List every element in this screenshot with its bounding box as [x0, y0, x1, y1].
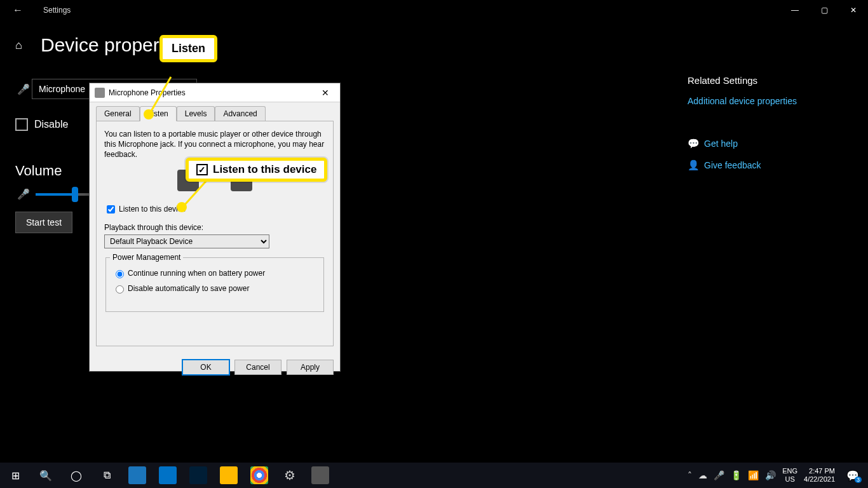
maximize-button[interactable]: ▢	[810, 0, 839, 20]
get-help-link[interactable]: Get help	[704, 139, 738, 149]
listen-to-this-device-checkbox[interactable]: Listen to this device	[104, 203, 325, 215]
taskbar-app-mail[interactable]	[153, 463, 183, 488]
taskbar-search-button[interactable]: 🔍	[31, 463, 61, 488]
power-disable-radio[interactable]: Disable automatically to save power	[112, 283, 317, 294]
tab-advanced[interactable]: Advanced	[215, 106, 265, 121]
power-management-legend: Power Management	[110, 253, 183, 262]
tray-volume-icon[interactable]: 🔊	[765, 470, 776, 480]
related-settings-heading: Related Settings	[688, 75, 853, 86]
tray-wifi-icon[interactable]: 📶	[748, 470, 759, 480]
close-button[interactable]: ✕	[839, 0, 868, 20]
dialog-titlebar[interactable]: Microphone Properties ✕	[90, 83, 340, 102]
cancel-button[interactable]: Cancel	[234, 360, 281, 375]
task-view-button[interactable]: ⧉	[92, 463, 122, 488]
settings-header: ⌂ Device properties	[0, 20, 868, 62]
tray-battery-icon[interactable]: 🔋	[731, 470, 742, 480]
annotation-listen-to-device: ✓ Listen to this device	[186, 158, 327, 182]
cortana-button[interactable]: ◯	[61, 463, 92, 488]
microphone-icon: 🎤	[15, 188, 32, 200]
tray-action-center[interactable]: 💬3	[841, 463, 864, 488]
power-continue-radio[interactable]: Continue running when on battery power	[112, 268, 317, 278]
annotation-check-icon: ✓	[196, 164, 208, 175]
volume-slider-fill	[36, 193, 75, 196]
microphone-icon: 🎤	[15, 83, 32, 95]
taskbar-app-chrome[interactable]	[244, 463, 275, 488]
microphone-properties-dialog: Microphone Properties ✕ General Listen L…	[89, 83, 341, 372]
apply-button[interactable]: Apply	[287, 360, 334, 375]
tray-clock[interactable]: 2:47 PM4/22/2021	[804, 467, 835, 483]
taskbar-app-photoshop[interactable]	[183, 463, 214, 488]
annotation-dot-listen-tab	[144, 109, 154, 119]
disable-checkbox[interactable]	[15, 118, 28, 131]
home-icon[interactable]: ⌂	[15, 39, 28, 52]
minimize-button[interactable]: —	[780, 0, 810, 20]
power-management-group: Power Management Continue running when o…	[105, 257, 324, 312]
tray-microphone-icon[interactable]: 🎤	[714, 470, 724, 480]
dialog-title: Microphone Properties	[109, 88, 186, 97]
tab-general[interactable]: General	[96, 106, 140, 121]
annotation-listen-to-device-label: Listen to this device	[213, 163, 316, 176]
start-test-button[interactable]: Start test	[15, 212, 72, 233]
playback-through-label: Playback through this device:	[104, 223, 325, 232]
annotation-listen-to-device-box: ✓ Listen to this device	[186, 158, 327, 182]
tab-levels[interactable]: Levels	[177, 106, 215, 121]
annotation-dot-listen-checkbox	[177, 202, 187, 212]
listen-to-this-device-input[interactable]	[107, 205, 115, 214]
additional-device-properties-link[interactable]: Additional device properties	[688, 96, 853, 106]
volume-slider-thumb[interactable]	[72, 187, 78, 202]
tray-overflow-icon[interactable]: ˄	[688, 470, 692, 480]
tray-onedrive-icon[interactable]: ☁	[698, 470, 707, 480]
listen-to-this-device-label: Listen to this device	[119, 205, 186, 214]
dialog-button-row: OK Cancel Apply	[90, 353, 340, 381]
tray-language[interactable]: ENGUS	[782, 467, 797, 483]
disable-label: Disable	[34, 119, 68, 130]
taskbar-app-unknown[interactable]	[305, 463, 336, 488]
annotation-listen-tab: Listen	[159, 35, 217, 62]
taskbar-app-edge[interactable]	[122, 463, 153, 488]
settings-titlebar: ← Settings — ▢ ✕	[0, 0, 868, 20]
chat-icon: 💬	[688, 138, 704, 149]
dialog-icon	[95, 88, 105, 98]
feedback-icon: 👤	[688, 159, 704, 171]
give-feedback-link[interactable]: Give feedback	[704, 160, 761, 170]
start-button[interactable]: ⊞	[0, 463, 31, 488]
taskbar: ⊞ 🔍 ◯ ⧉ ⚙ ˄ ☁ 🎤 🔋 📶 🔊 ENGUS 2:47 PM4/22/…	[0, 463, 868, 488]
dialog-close-button[interactable]: ✕	[316, 88, 335, 98]
taskbar-app-explorer[interactable]	[214, 463, 244, 488]
playback-device-select[interactable]: Default Playback Device	[104, 234, 269, 248]
back-icon[interactable]: ←	[10, 4, 25, 16]
tab-listen-panel: You can listen to a portable music playe…	[96, 121, 334, 346]
dialog-tabs: General Listen Levels Advanced	[90, 102, 340, 121]
taskbar-app-settings[interactable]: ⚙	[275, 463, 305, 488]
ok-button[interactable]: OK	[182, 360, 229, 375]
listen-description: You can listen to a portable music playe…	[104, 129, 325, 160]
annotation-listen-tab-label: Listen	[159, 35, 217, 62]
settings-side-column: Related Settings Additional device prope…	[688, 75, 853, 233]
settings-app-title: Settings	[43, 6, 780, 15]
